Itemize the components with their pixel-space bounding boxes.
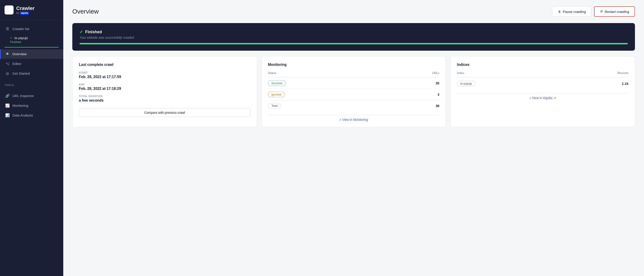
monitoring-card-title: Monitoring bbox=[268, 63, 440, 67]
monitoring-row: Ignored3 bbox=[268, 89, 440, 100]
sidebar-monitoring-label: Monitoring bbox=[12, 104, 28, 107]
start-value: Feb. 28, 2022 at 17:17:59 bbox=[79, 75, 250, 79]
list-icon: ☰ bbox=[5, 27, 10, 31]
start-label: START bbox=[79, 71, 250, 74]
monitoring-col-status: Status bbox=[268, 71, 390, 78]
logo-area: 🖥 Crawler by algolia bbox=[0, 0, 63, 20]
logo-text: Crawler by algolia bbox=[16, 6, 34, 15]
crawl-duration-stat: TOTAL DURATION a few seconds bbox=[79, 95, 250, 103]
status-badge: Total bbox=[268, 103, 281, 109]
page-header: Overview ⏸ Pause crawling ↺ Restart craw… bbox=[63, 0, 644, 23]
url-inspector-icon: 🔗 bbox=[5, 94, 10, 98]
get-started-icon: ◎ bbox=[5, 71, 10, 76]
page-title: Overview bbox=[72, 8, 99, 15]
sidebar-overview-label: Overview bbox=[12, 52, 27, 56]
status-badge: Success bbox=[268, 80, 286, 86]
editor-icon: ⌥ bbox=[5, 62, 10, 66]
sidebar-get-started-label: Get Started bbox=[12, 72, 30, 75]
algolia-badge: algolia bbox=[20, 12, 29, 15]
monitoring-status-cell: Total bbox=[268, 100, 390, 112]
sidebar-item-get-started[interactable]: ◎ Get Started bbox=[0, 69, 63, 78]
crawler-list-label: Crawler list bbox=[12, 27, 29, 31]
header-actions: ⏸ Pause crawling ↺ Restart crawling bbox=[552, 6, 635, 17]
monitoring-status-cell: Success bbox=[268, 78, 390, 89]
indices-col-index: Index bbox=[457, 71, 564, 78]
monitoring-card: Monitoring Status URLs Success35Ignored3… bbox=[262, 56, 446, 127]
monitoring-col-urls: URLs bbox=[389, 71, 439, 78]
sidebar-tools-section: 🔗 URL Inspector 📈 Monitoring 📊 Data Anal… bbox=[0, 87, 63, 124]
view-in-algolia-link[interactable]: + View in Algolia ↗ bbox=[457, 93, 628, 100]
duration-value: a few seconds bbox=[79, 98, 250, 103]
progress-bar-inner bbox=[80, 43, 628, 44]
monitoring-count-cell: 3 bbox=[389, 89, 439, 100]
app-title: Crawler bbox=[16, 6, 34, 11]
sidebar-item-url-inspector[interactable]: 🔗 URL Inspector bbox=[0, 91, 63, 101]
data-analysis-icon: 📊 bbox=[5, 113, 10, 117]
sidebar-item-editor[interactable]: ⌥ Editor bbox=[0, 59, 63, 69]
sidebar-item-overview[interactable]: 👁 Overview bbox=[0, 49, 63, 59]
crawl-end-stat: END Feb. 28, 2022 at 17:18:29 bbox=[79, 83, 250, 91]
sidebar-data-analysis-label: Data Analysis bbox=[12, 113, 33, 117]
end-value: Feb. 28, 2022 at 17:18:29 bbox=[79, 87, 250, 91]
progress-bar-outer bbox=[80, 43, 628, 44]
sidebar-item-data-analysis[interactable]: 📊 Data Analysis bbox=[0, 110, 63, 120]
indices-card-title: Indices bbox=[457, 63, 628, 67]
crawler-name: ✓ ts-yayujs bbox=[10, 36, 59, 40]
last-crawl-card-title: Last complete crawl bbox=[79, 63, 250, 67]
sidebar-item-monitoring[interactable]: 📈 Monitoring bbox=[0, 101, 63, 110]
index-name-cell: ts-yayujs bbox=[457, 78, 564, 90]
view-in-monitoring-link[interactable]: + View in Monitoring bbox=[268, 115, 440, 122]
crawler-status: Finished bbox=[10, 40, 59, 44]
crawl-start-stat: START Feb. 28, 2022 at 17:17:59 bbox=[79, 71, 250, 79]
sidebar: 🖥 Crawler by algolia ☰ Crawler list ✓ ts… bbox=[0, 0, 63, 276]
end-label: END bbox=[79, 83, 250, 86]
tools-section-label: TOOLS bbox=[0, 82, 63, 87]
monitoring-count-cell: 35 bbox=[389, 78, 439, 89]
monitoring-icon: 📈 bbox=[5, 103, 10, 108]
crawler-entry: ✓ ts-yayujs Finished bbox=[0, 34, 63, 46]
check-icon: ✓ bbox=[10, 36, 13, 40]
status-badge: Ignored bbox=[268, 92, 285, 97]
monitoring-count-cell: 38 bbox=[389, 100, 439, 112]
monitoring-row: Success35 bbox=[268, 78, 440, 89]
main-content: Overview ⏸ Pause crawling ↺ Restart craw… bbox=[63, 0, 644, 276]
status-check-icon: ✓ bbox=[80, 30, 83, 34]
indices-row: ts-yayujs1.1k bbox=[457, 78, 628, 90]
cards-grid: Last complete crawl START Feb. 28, 2022 … bbox=[72, 56, 635, 127]
restart-icon: ↺ bbox=[600, 10, 603, 14]
compare-button[interactable]: Compare with previous crawl bbox=[79, 108, 250, 117]
pause-crawling-button[interactable]: ⏸ Pause crawling bbox=[552, 6, 592, 17]
indices-col-records: Records bbox=[564, 71, 628, 78]
status-title: ✓ Finished bbox=[80, 30, 628, 34]
crawler-progress-bar bbox=[4, 47, 59, 48]
restart-crawling-button[interactable]: ↺ Restart crawling bbox=[594, 6, 635, 17]
overview-icon: 👁 bbox=[5, 52, 10, 56]
monitoring-table: Status URLs Success35Ignored3Total38 bbox=[268, 71, 440, 111]
status-banner: ✓ Finished Your website was successfully… bbox=[72, 23, 635, 51]
sidebar-editor-label: Editor bbox=[12, 62, 21, 66]
indices-table: Index Records ts-yayujs1.1k bbox=[457, 71, 628, 90]
indices-card: Indices Index Records ts-yayujs1.1k + Vi… bbox=[450, 56, 635, 127]
index-badge: ts-yayujs bbox=[457, 81, 475, 86]
status-subtitle: Your website was successfully crawled. bbox=[80, 36, 628, 39]
sidebar-nav-top: ☰ Crawler list ✓ ts-yayujs Finished 👁 Ov… bbox=[0, 20, 63, 82]
logo-icon: 🖥 bbox=[4, 6, 14, 15]
index-records-cell: 1.1k bbox=[564, 78, 628, 90]
duration-label: TOTAL DURATION bbox=[79, 95, 250, 98]
sidebar-item-crawler-list[interactable]: ☰ Crawler list bbox=[0, 24, 63, 34]
pause-icon: ⏸ bbox=[558, 10, 561, 14]
sidebar-url-inspector-label: URL Inspector bbox=[12, 94, 34, 98]
monitoring-status-cell: Ignored bbox=[268, 89, 390, 100]
app-subtitle: by algolia bbox=[16, 11, 34, 15]
last-crawl-card: Last complete crawl START Feb. 28, 2022 … bbox=[72, 56, 257, 127]
monitoring-row: Total38 bbox=[268, 100, 440, 112]
